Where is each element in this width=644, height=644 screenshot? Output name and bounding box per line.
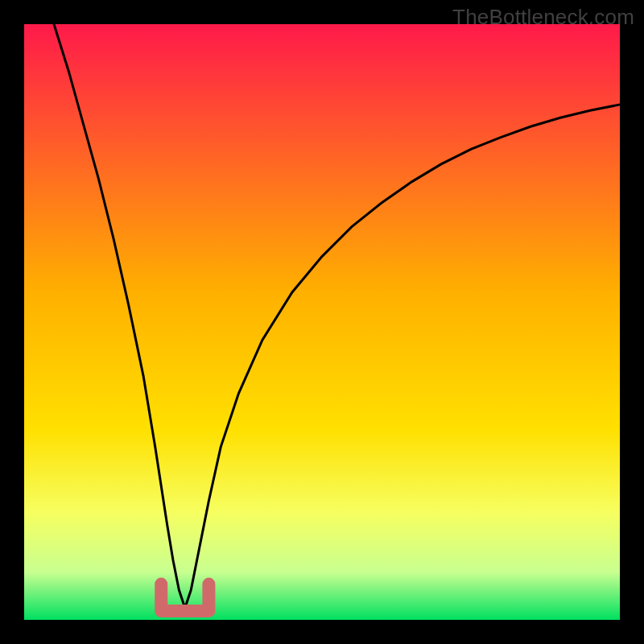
watermark-text: TheBottleneck.com: [452, 5, 634, 30]
chart-frame: TheBottleneck.com: [0, 0, 644, 644]
gradient-background: [24, 24, 620, 620]
bottleneck-chart: [0, 0, 644, 644]
